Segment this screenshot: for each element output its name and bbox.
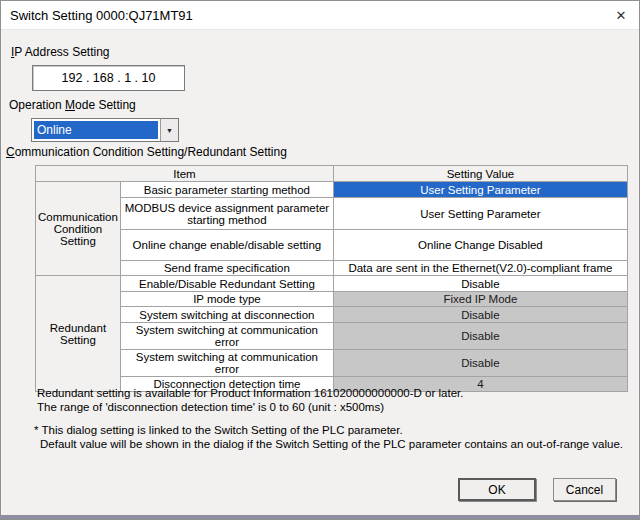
value-system-switching-comm-error-2: Disable — [333, 350, 627, 377]
value-modbus-device-assignment[interactable]: User Setting Parameter — [333, 198, 627, 230]
operation-mode-setting-label: Operation Mode Setting — [9, 98, 136, 112]
close-icon[interactable]: ✕ — [603, 1, 639, 29]
column-header-setting-value: Setting Value — [333, 166, 627, 182]
group-redundant-setting: Redundant Setting — [36, 276, 121, 392]
value-online-change-setting[interactable]: Online Change Disabled — [333, 230, 627, 261]
window-bottom-edge — [1, 515, 639, 519]
chevron-down-icon[interactable]: ▼ — [160, 119, 178, 141]
comm-label-rest: ommunication Condition Setting/Redundant… — [15, 145, 287, 159]
column-header-item: Item — [36, 166, 334, 182]
item-online-change-setting: Online change enable/disable setting — [120, 230, 333, 261]
item-system-switching-comm-error-2: System switching at communication error — [120, 350, 333, 377]
mode-label-pre: Operation — [9, 98, 65, 112]
settings-table: Item Setting Value Communication Conditi… — [35, 165, 628, 392]
operation-mode-selected-value: Online — [34, 121, 158, 139]
item-system-switching-disconnection: System switching at disconnection — [120, 307, 333, 323]
item-modbus-device-assignment: MODBUS device assignment parameter start… — [120, 198, 333, 230]
value-ip-mode-type: Fixed IP Mode — [333, 292, 627, 307]
ip-address-input[interactable] — [32, 65, 185, 91]
ok-button[interactable]: OK — [458, 478, 536, 501]
value-basic-parameter-starting-method[interactable]: User Setting Parameter — [333, 182, 627, 198]
item-ip-mode-type: IP mode type — [120, 292, 333, 307]
note-line-1: Redundant setting is available for Produ… — [37, 387, 463, 401]
note-line-2: The range of 'disconnection detection ti… — [37, 401, 463, 415]
item-basic-parameter-starting-method: Basic parameter starting method — [120, 182, 333, 198]
value-system-switching-comm-error-1: Disable — [333, 323, 627, 350]
note-line-3: * This dialog setting is linked to the S… — [34, 424, 623, 438]
value-enable-disable-redundant[interactable]: Disable — [333, 276, 627, 292]
switch-setting-dialog: Switch Setting 0000:QJ71MT91 ✕ IP Addres… — [0, 0, 640, 520]
dialog-link-note: * This dialog setting is linked to the S… — [34, 424, 623, 451]
mode-label-mnemonic: M — [65, 98, 75, 112]
ip-label-rest: P Address Setting — [14, 45, 109, 59]
redundant-note: Redundant setting is available for Produ… — [37, 387, 463, 414]
item-enable-disable-redundant: Enable/Disable Redundant Setting — [120, 276, 333, 292]
value-send-frame-specification[interactable]: Data are sent in the Ethernet(V2.0)-comp… — [333, 261, 627, 276]
ip-address-setting-label: IP Address Setting — [11, 45, 110, 59]
mode-label-rest: ode Setting — [75, 98, 136, 112]
dialog-title: Switch Setting 0000:QJ71MT91 — [1, 8, 193, 23]
comm-label-mnemonic: C — [6, 145, 15, 159]
note-line-4: Default value will be shown in the dialo… — [34, 438, 623, 452]
comm-section-label: Communication Condition Setting/Redundan… — [6, 145, 287, 159]
value-system-switching-disconnection: Disable — [333, 307, 627, 323]
cancel-button[interactable]: Cancel — [553, 478, 616, 501]
title-bar: Switch Setting 0000:QJ71MT91 ✕ — [1, 1, 639, 30]
item-system-switching-comm-error-1: System switching at communication error — [120, 323, 333, 350]
group-communication-condition-setting: Communication Condition Setting — [36, 182, 121, 276]
item-send-frame-specification: Send frame specification — [120, 261, 333, 276]
operation-mode-select[interactable]: Online ▼ — [31, 118, 179, 142]
